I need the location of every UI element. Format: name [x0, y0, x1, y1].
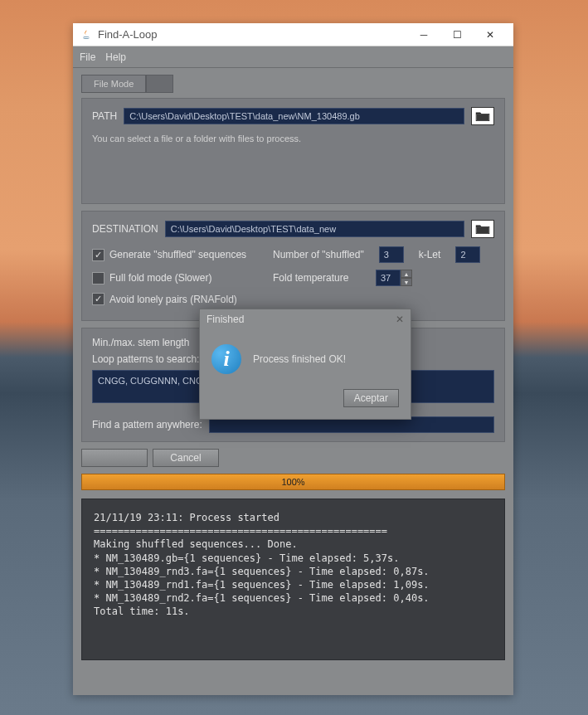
dialog-accept-button[interactable]: Aceptar [343, 389, 399, 407]
java-icon [80, 28, 93, 41]
finished-dialog: Finished ✕ i Process finished OK! Acepta… [199, 309, 411, 420]
options-panel: DESTINATION ✓ Generate "shuffled" sequen… [81, 211, 505, 321]
path-panel: PATH You can select a file or a folder w… [81, 98, 505, 204]
menu-file[interactable]: File [80, 51, 95, 63]
progress-text: 100% [281, 477, 304, 487]
folder-icon [475, 223, 490, 235]
path-input[interactable] [124, 108, 464, 124]
avoid-lonely-checkbox[interactable]: ✓ [92, 293, 104, 305]
dialog-title: Finished [207, 314, 396, 325]
maximize-button[interactable]: ☐ [440, 23, 474, 46]
dialog-message: Process finished OK! [253, 353, 346, 365]
cancel-button[interactable]: Cancel [153, 449, 219, 467]
info-icon: i [211, 344, 241, 374]
minimize-button[interactable]: ─ [407, 23, 440, 46]
fold-temp-input[interactable] [376, 270, 401, 286]
anywhere-label: Find a pattern anywhere: [92, 419, 202, 430]
destination-label: DESTINATION [92, 223, 158, 235]
window-title: Find-A-Loop [98, 28, 407, 41]
dialog-close-button[interactable]: ✕ [396, 314, 404, 325]
console-output[interactable]: 21/11/19 23:11: Process started ========… [81, 499, 505, 660]
close-button[interactable]: ✕ [474, 23, 507, 46]
klet-input[interactable] [455, 246, 480, 263]
path-browse-button[interactable] [471, 107, 494, 125]
fold-temp-up[interactable]: ▲ [401, 270, 412, 278]
menubar: File Help [73, 46, 513, 68]
progress-bar: 100% [81, 474, 505, 490]
full-fold-label: Full fold mode (Slower) [109, 272, 211, 284]
fold-temp-down[interactable]: ▼ [401, 278, 412, 286]
destination-input[interactable] [165, 221, 464, 237]
number-shuffled-label: Number of "shuffled" [273, 249, 364, 260]
tab-blank[interactable] [146, 75, 173, 93]
path-label: PATH [92, 110, 117, 122]
number-shuffled-input[interactable] [379, 246, 404, 263]
klet-label: k-Let [419, 249, 441, 260]
fold-temp-label: Fold temperature [273, 272, 361, 284]
generate-shuffled-checkbox[interactable]: ✓ [92, 249, 104, 261]
menu-help[interactable]: Help [105, 51, 126, 63]
destination-browse-button[interactable] [471, 220, 494, 238]
run-button[interactable] [81, 449, 148, 467]
titlebar[interactable]: Find-A-Loop ─ ☐ ✕ [73, 23, 513, 46]
full-fold-checkbox[interactable] [92, 272, 104, 285]
generate-shuffled-label: Generate "shuffled" sequences [109, 249, 246, 260]
dialog-titlebar[interactable]: Finished ✕ [200, 309, 411, 329]
tabs: File Mode [81, 75, 505, 93]
path-hint: You can select a file or a folder with f… [92, 134, 494, 143]
tab-file-mode[interactable]: File Mode [81, 75, 146, 93]
folder-icon [475, 110, 490, 122]
avoid-lonely-label: Avoid lonely pairs (RNAFold) [109, 294, 237, 305]
